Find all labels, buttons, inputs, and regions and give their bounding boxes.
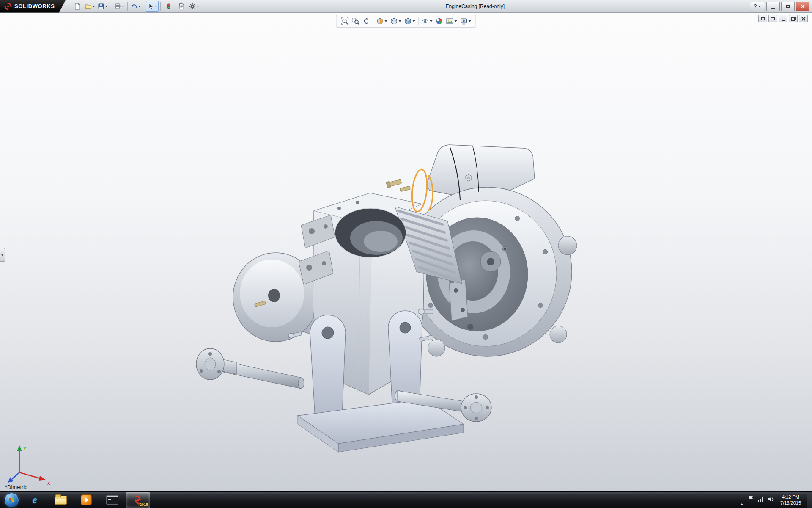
options-dropdown-caret[interactable]	[197, 6, 199, 7]
window-controls: ?	[750, 2, 812, 11]
document-window-controls	[758, 15, 808, 22]
section-view-icon	[376, 17, 384, 25]
section-view-button[interactable]	[375, 16, 389, 26]
graphics-area[interactable]: Y x	[0, 13, 812, 491]
help-label: ?	[754, 3, 757, 9]
file-properties-icon	[178, 3, 185, 10]
triad-x-label: x	[47, 480, 50, 486]
close-document-button[interactable]	[799, 15, 808, 22]
open-dropdown-caret[interactable]	[93, 6, 95, 7]
show-desktop-button[interactable]	[807, 492, 812, 508]
model-axle-left[interactable]	[196, 348, 304, 389]
volume-icon[interactable]	[768, 496, 774, 504]
save-button[interactable]	[96, 1, 109, 12]
system-tray: 4:12 PM 7/13/2015	[737, 492, 812, 508]
document-title: EngineCasing [Read-only]	[201, 3, 749, 9]
hide-show-items-eye-icon	[422, 17, 429, 25]
display-style-dropdown-caret[interactable]	[413, 20, 415, 22]
show-hidden-icons-button[interactable]	[740, 496, 743, 504]
print-button[interactable]	[113, 1, 126, 12]
rebuild-button[interactable]	[162, 1, 175, 12]
minimize-document-button[interactable]	[779, 15, 787, 22]
heads-up-view-toolbar	[336, 15, 476, 28]
print-icon	[114, 3, 121, 10]
select-dropdown-caret[interactable]	[155, 6, 157, 7]
previous-view-icon	[362, 17, 370, 25]
orientation-triad[interactable]: Y x	[8, 445, 50, 486]
network-icon[interactable]	[758, 496, 764, 504]
help-dropdown-caret[interactable]	[758, 6, 761, 7]
clock-time: 4:12 PM	[782, 494, 799, 500]
edit-appearance-button[interactable]	[434, 16, 444, 26]
restore-icon	[791, 17, 796, 21]
chevron-left-icon	[1, 253, 3, 257]
main-toolbar	[71, 1, 200, 12]
apply-scene-dropdown-caret[interactable]	[455, 20, 457, 22]
view-orientation-button[interactable]	[389, 16, 403, 26]
undo-button[interactable]	[129, 1, 142, 12]
window-pane-right-button[interactable]	[768, 15, 777, 22]
select-button[interactable]	[146, 1, 159, 12]
toolbar-separator	[373, 17, 373, 25]
section-view-dropdown-caret[interactable]	[385, 20, 387, 22]
featuremanager-collapse-tab[interactable]	[0, 248, 5, 262]
previous-view-button[interactable]	[361, 16, 371, 26]
media-player-icon	[81, 494, 92, 505]
solidworks-logo-icon	[4, 3, 12, 10]
action-center-flag-icon[interactable]	[748, 496, 754, 504]
options-button[interactable]	[188, 1, 200, 12]
maximize-icon	[786, 5, 790, 8]
toolbar-separator	[127, 2, 128, 11]
taskbar-solidworks-button[interactable]: 2015	[126, 492, 150, 508]
edit-appearance-sphere-icon	[436, 17, 443, 25]
close-window-button[interactable]	[796, 2, 809, 11]
display-style-button[interactable]	[403, 16, 417, 26]
toolbar-separator	[144, 2, 144, 11]
view-orientation-label: *Dimetric	[5, 484, 27, 490]
command-prompt-icon	[106, 495, 118, 505]
restore-document-button[interactable]	[789, 15, 798, 22]
save-icon	[98, 3, 104, 10]
display-style-icon	[404, 17, 412, 25]
undo-icon	[131, 3, 137, 10]
triad-y-label: Y	[23, 445, 27, 452]
apply-scene-button[interactable]	[445, 16, 458, 26]
hide-show-items-dropdown-caret[interactable]	[430, 20, 433, 22]
start-button[interactable]	[2, 492, 21, 508]
minimize-icon	[771, 8, 775, 9]
view-orientation-dropdown-caret[interactable]	[399, 20, 401, 22]
window-pane-right-icon	[771, 17, 775, 20]
chevron-up-icon	[740, 496, 743, 505]
open-button[interactable]	[84, 1, 96, 12]
taskbar-windows-explorer-button[interactable]	[48, 492, 73, 508]
undo-dropdown-caret[interactable]	[138, 6, 141, 7]
zoom-to-fit-button[interactable]	[340, 16, 350, 26]
select-cursor-icon	[147, 3, 154, 10]
open-icon	[85, 3, 92, 10]
maximize-window-button[interactable]	[781, 2, 795, 11]
taskbar-clock[interactable]: 4:12 PM 7/13/2015	[779, 494, 803, 506]
window-pane-left-button[interactable]	[758, 15, 767, 22]
apply-scene-icon	[446, 17, 454, 25]
print-dropdown-caret[interactable]	[122, 6, 124, 7]
view-settings-dropdown-caret[interactable]	[469, 20, 471, 22]
taskbar-internet-explorer-button[interactable]: e	[22, 492, 47, 508]
new-document-button[interactable]	[71, 1, 84, 12]
minimize-window-button[interactable]	[766, 2, 780, 11]
view-orientation-cube-icon	[390, 17, 398, 25]
file-properties-button[interactable]	[175, 1, 188, 12]
engine-casing-model[interactable]: Y x	[0, 13, 812, 491]
toolbar-separator	[111, 2, 111, 11]
taskbar-media-player-button[interactable]	[74, 492, 99, 508]
titlebar: SOLIDWORKS	[0, 0, 812, 13]
hide-show-items-button[interactable]	[420, 16, 434, 26]
zoom-to-area-button[interactable]	[351, 16, 361, 26]
solidworks-window: SOLIDWORKS	[0, 0, 812, 508]
options-gear-icon	[189, 3, 196, 10]
rebuild-icon	[165, 3, 172, 10]
save-dropdown-caret[interactable]	[105, 6, 108, 7]
windows-start-orb-icon	[4, 493, 19, 508]
help-button[interactable]: ?	[750, 2, 765, 11]
view-settings-button[interactable]	[459, 16, 472, 26]
taskbar-command-prompt-button[interactable]	[100, 492, 124, 508]
